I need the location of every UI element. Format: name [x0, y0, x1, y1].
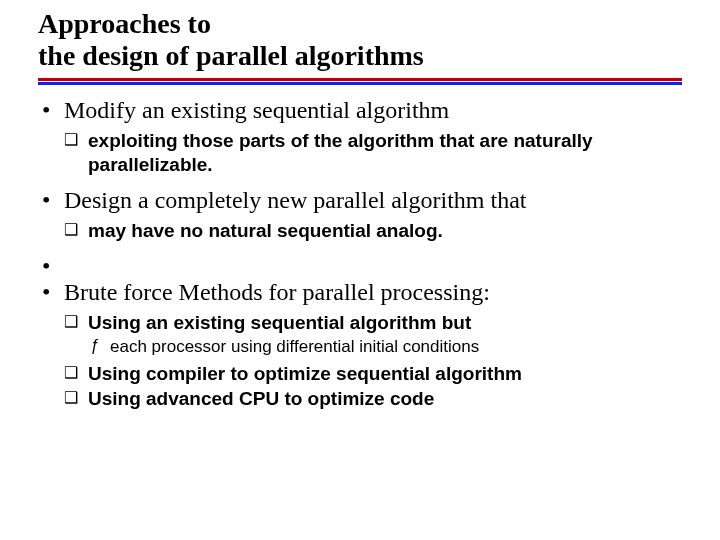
sub-item: exploiting those parts of the algorithm …	[64, 129, 682, 177]
sub-text: exploiting those parts of the algorithm …	[88, 130, 593, 175]
sub-item: Using advanced CPU to optimize code	[64, 387, 682, 411]
slide: Approaches to the design of parallel alg…	[0, 0, 720, 411]
list-item: Brute force Methods for parallel process…	[38, 277, 682, 412]
subsub-text: each processor using differential initia…	[110, 337, 479, 356]
title-rule	[38, 78, 682, 85]
subsub-item: each processor using differential initia…	[88, 336, 682, 357]
sub-text: Using advanced CPU to optimize code	[88, 388, 434, 409]
sub-item: Using compiler to optimize sequential al…	[64, 362, 682, 386]
item-text: Brute force Methods for parallel process…	[64, 279, 490, 305]
sub-item: Using an existing sequential algorithm b…	[64, 311, 682, 358]
sub-text: may have no natural sequential analog.	[88, 220, 443, 241]
title-line-1: Approaches to	[38, 8, 211, 39]
sub-text: Using an existing sequential algorithm b…	[88, 312, 471, 333]
item-text: Design a completely new parallel algorit…	[64, 187, 527, 213]
bullet-list: Modify an existing sequential algorithm …	[38, 95, 682, 411]
slide-title: Approaches to the design of parallel alg…	[38, 8, 682, 72]
spacer	[38, 251, 682, 277]
sub-item: may have no natural sequential analog.	[64, 219, 682, 243]
sub-text: Using compiler to optimize sequential al…	[88, 363, 522, 384]
list-item: Design a completely new parallel algorit…	[38, 185, 682, 243]
list-item: Modify an existing sequential algorithm …	[38, 95, 682, 177]
title-line-2: the design of parallel algorithms	[38, 40, 424, 71]
item-text: Modify an existing sequential algorithm	[64, 97, 449, 123]
